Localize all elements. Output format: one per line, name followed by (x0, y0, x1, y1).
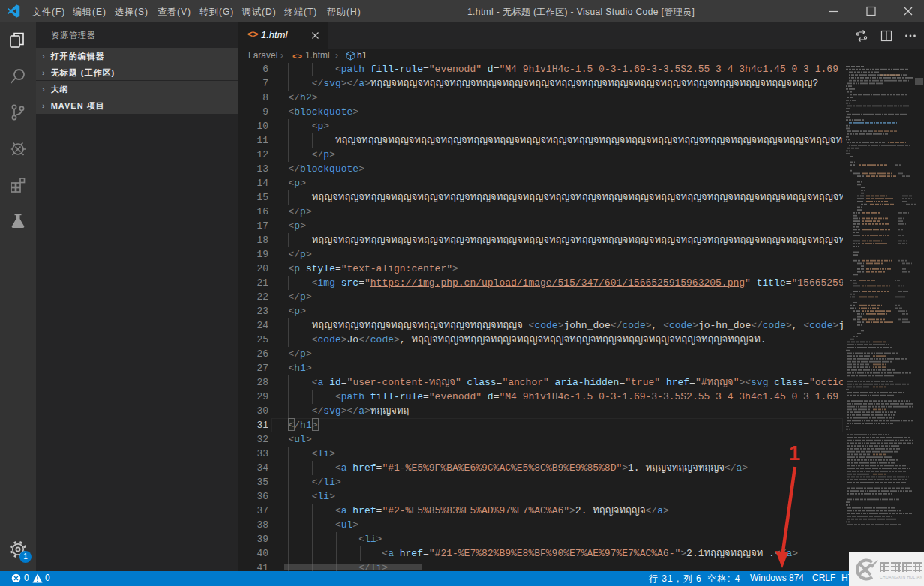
svg-text:CHUANGXIN HULIAN: CHUANGXIN HULIAN (880, 575, 922, 579)
svg-text:1: 1 (789, 442, 800, 465)
